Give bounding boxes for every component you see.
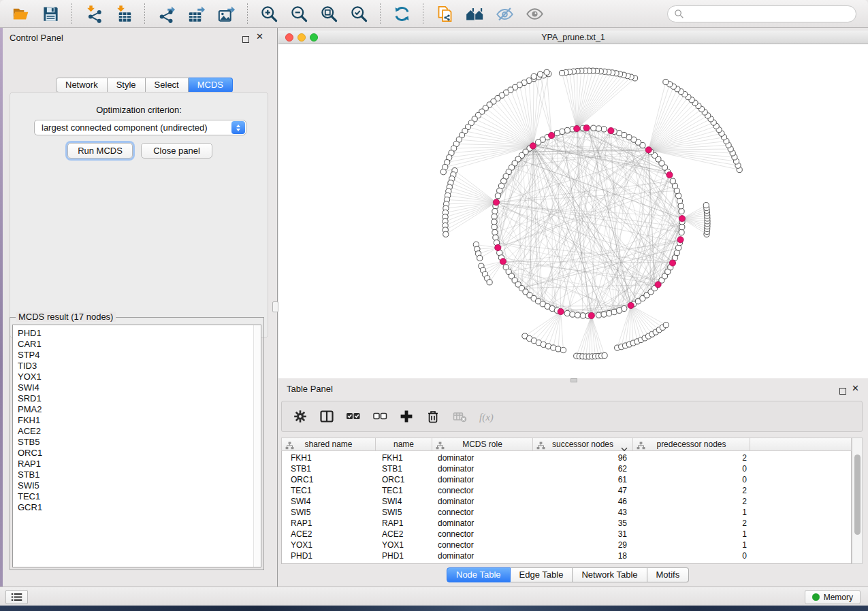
export-image-button[interactable] xyxy=(216,3,236,24)
table-splitter-handle[interactable] xyxy=(570,378,577,382)
zoom-out-button[interactable] xyxy=(289,3,309,24)
mcds-result-item[interactable]: SWI5 xyxy=(18,480,261,491)
table-row[interactable]: YOX1YOX1connector291 xyxy=(282,540,851,551)
tab-edge-table[interactable]: Edge Table xyxy=(511,567,573,582)
table-row[interactable]: RAP1RAP1dominator352 xyxy=(282,518,851,529)
export-table-icon xyxy=(187,5,206,23)
network-title-bar: YPA_prune.txt_1 xyxy=(278,31,868,44)
function-builder-button: f(x) xyxy=(479,409,494,424)
cell-successor-nodes: 31 xyxy=(534,529,634,540)
mcds-result-item[interactable]: STB1 xyxy=(18,469,261,480)
cell-shared-name: RAP1 xyxy=(282,518,376,529)
maximize-window-icon[interactable] xyxy=(310,33,318,42)
close-panel-button[interactable]: Close panel xyxy=(141,143,212,159)
mcds-result-item[interactable]: PMA2 xyxy=(18,404,261,415)
table-settings-button[interactable] xyxy=(293,409,308,424)
mcds-result-item[interactable]: GCR1 xyxy=(18,502,261,513)
add-row-button[interactable] xyxy=(399,409,414,424)
tab-network[interactable]: Network xyxy=(56,78,108,93)
control-tabs: NetworkStyleSelectMCDS xyxy=(56,78,233,93)
save-button[interactable] xyxy=(40,3,61,24)
mcds-result-item[interactable]: TID3 xyxy=(18,361,261,371)
table-row[interactable]: ORC1ORC1dominator610 xyxy=(282,475,851,486)
show-columns-button[interactable] xyxy=(319,409,334,424)
tab-select[interactable]: Select xyxy=(146,78,189,93)
open-button[interactable] xyxy=(10,3,31,24)
import-table-button[interactable] xyxy=(113,3,133,24)
tab-node-table[interactable]: Node Table xyxy=(447,567,511,582)
table-row[interactable]: FKH1FKH1dominator962 xyxy=(282,453,851,464)
minimize-window-icon[interactable] xyxy=(298,33,306,42)
column-header-predecessor-nodes[interactable]: predecessor nodes xyxy=(633,437,750,451)
mcds-result-item[interactable]: SRD1 xyxy=(18,393,261,404)
function-builder-icon: f(x) xyxy=(479,409,494,424)
column-header-successor-nodes[interactable]: successor nodes xyxy=(533,437,633,451)
hide-selected-button[interactable] xyxy=(494,3,515,24)
tab-mcds[interactable]: MCDS xyxy=(189,78,233,93)
close-table-panel-icon[interactable]: ✕ xyxy=(852,385,859,392)
mcds-result-item[interactable]: FKH1 xyxy=(18,415,261,426)
close-window-icon[interactable] xyxy=(285,33,293,42)
column-header-shared-name[interactable]: shared name xyxy=(281,437,376,451)
mcds-result-item[interactable]: PHD1 xyxy=(18,328,261,339)
cell-successor-nodes: 62 xyxy=(534,464,634,475)
zoom-fit-button[interactable] xyxy=(319,3,339,24)
export-table-button[interactable] xyxy=(186,3,206,24)
delete-row-button[interactable] xyxy=(425,409,440,424)
delete-row-icon xyxy=(425,409,440,424)
float-table-panel-icon[interactable] xyxy=(839,385,846,397)
panel-splitter[interactable] xyxy=(272,28,278,587)
network-canvas[interactable] xyxy=(278,44,868,378)
mcds-result-item[interactable]: STP4 xyxy=(18,350,261,361)
import-network-button[interactable] xyxy=(83,3,103,24)
clear-selection-button[interactable] xyxy=(372,409,387,424)
mcds-result-scrollbar[interactable] xyxy=(253,325,261,567)
float-panel-icon[interactable] xyxy=(242,33,249,46)
table-row[interactable]: ACE2ACE2connector311 xyxy=(282,529,851,540)
table-row[interactable]: SWI5SWI5connector431 xyxy=(282,508,851,518)
mcds-result-item[interactable]: TEC1 xyxy=(18,491,261,502)
mcds-result-item[interactable]: ORC1 xyxy=(18,448,261,459)
splitter-handle[interactable] xyxy=(272,301,278,312)
table-panel: Table Panel ✕ f(x) shared namenameMCDS r… xyxy=(278,378,868,587)
column-header-name[interactable]: name xyxy=(376,437,432,451)
table-row[interactable]: SWI4SWI4dominator462 xyxy=(282,497,851,508)
mcds-result-item[interactable]: STB5 xyxy=(18,437,261,448)
status-list-button[interactable] xyxy=(5,590,28,604)
dropdown-stepper-icon xyxy=(231,121,245,134)
mcds-result-item[interactable]: RAP1 xyxy=(18,459,261,469)
mcds-result-item[interactable]: ACE2 xyxy=(18,426,261,437)
refresh-button[interactable] xyxy=(391,3,412,24)
criterion-dropdown[interactable]: largest connected component (undirected) xyxy=(34,120,246,135)
tab-style[interactable]: Style xyxy=(108,78,146,93)
mcds-result-list[interactable]: PHD1CAR1STP4TID3YOX1SWI4SRD1PMA2FKH1ACE2… xyxy=(12,325,261,567)
tab-network-table[interactable]: Network Table xyxy=(573,567,647,582)
search-input[interactable] xyxy=(688,9,850,20)
column-header-MCDS-role[interactable]: MCDS role xyxy=(432,437,533,451)
duplicate-network-button[interactable] xyxy=(434,3,455,24)
table-panel-title: Table Panel xyxy=(287,384,333,394)
zoom-selected-button[interactable] xyxy=(349,3,369,24)
first-neighbors-button[interactable] xyxy=(464,3,485,24)
zoom-in-button[interactable] xyxy=(259,3,279,24)
mcds-result-item[interactable]: CAR1 xyxy=(18,339,261,350)
mcds-result-item[interactable]: YOX1 xyxy=(18,371,261,382)
export-network-button[interactable] xyxy=(156,3,176,24)
table-row[interactable]: STB1STB1dominator620 xyxy=(282,464,851,475)
cell-mcds-role: connector xyxy=(433,486,534,497)
table-scrollbar-thumb[interactable] xyxy=(854,455,861,535)
run-mcds-button[interactable]: Run MCDS xyxy=(67,143,133,159)
show-all-icon xyxy=(526,5,544,23)
network-graph[interactable] xyxy=(278,44,868,378)
memory-button[interactable]: Memory xyxy=(805,590,861,604)
close-panel-icon[interactable]: ✕ xyxy=(256,33,263,40)
cell-name: ORC1 xyxy=(376,475,433,486)
select-all-button[interactable] xyxy=(346,409,361,424)
show-all-button[interactable] xyxy=(524,3,545,24)
table-scrollbar[interactable] xyxy=(852,437,863,564)
mcds-result-item[interactable]: SWI4 xyxy=(18,382,261,393)
table-row[interactable]: PHD1PHD1dominator180 xyxy=(282,551,851,562)
cell-shared-name: ACE2 xyxy=(282,529,376,540)
table-row[interactable]: TEC1TEC1connector472 xyxy=(282,486,851,497)
tab-motifs[interactable]: Motifs xyxy=(647,567,690,582)
